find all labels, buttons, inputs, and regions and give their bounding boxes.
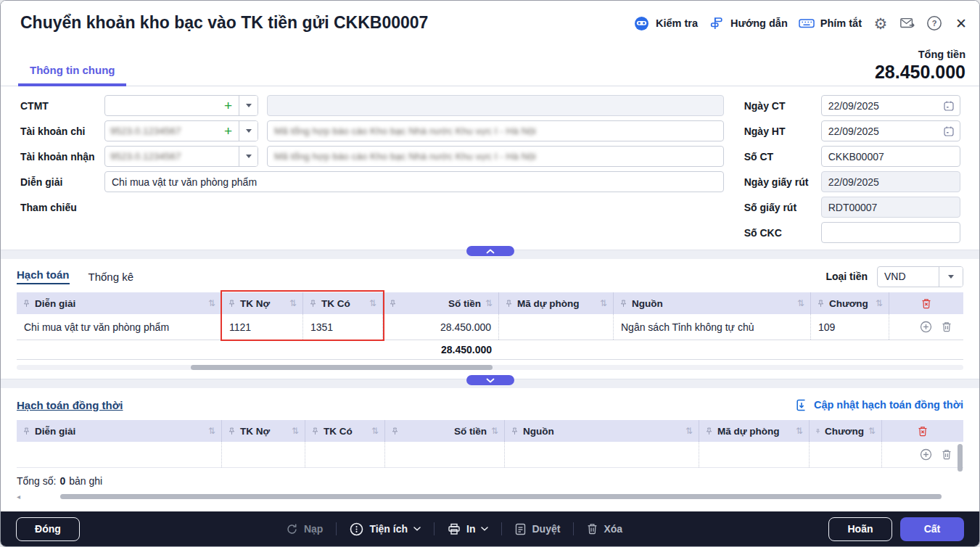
col-amount[interactable]: Số tiền [448,298,481,309]
update-simultaneous-link[interactable]: Cập nhật hạch toán đồng thời [796,399,963,411]
accounting-hscrollbar[interactable] [17,365,963,370]
sort-icon[interactable]: ⇅ [868,426,876,436]
col-source[interactable]: Nguồn [632,298,663,309]
settings-gear-icon[interactable]: ⚙ [873,15,889,31]
help-icon[interactable]: ? [926,15,942,31]
delete-row-icon[interactable] [942,321,952,332]
ctmt-dropdown-button[interactable] [239,96,258,115]
pin-icon[interactable] [391,427,399,435]
guide-button[interactable]: Hướng dẫn [709,15,788,31]
ctmt-add-icon[interactable]: + [223,99,234,112]
receive-account-dropdown-button[interactable] [239,147,258,166]
pin-icon[interactable] [815,427,820,435]
col-credit-account[interactable]: TK Có [324,426,353,437]
col-chapter[interactable]: Chương [829,298,868,309]
pin-icon[interactable] [309,300,317,308]
calendar-icon[interactable] [943,100,955,112]
calendar-icon[interactable] [943,126,955,137]
scroll-left-arrow-icon[interactable]: ◂ [17,493,20,501]
add-row-icon[interactable] [920,321,932,333]
cell-amount[interactable]: 28.450.000 [383,314,499,340]
pay-account-add-icon[interactable]: + [223,124,234,138]
col-amount[interactable]: Số tiền [454,426,487,437]
sort-icon[interactable]: ⇅ [289,298,297,308]
hscrollbar-thumb[interactable] [60,494,942,499]
expand-section-button[interactable] [466,375,514,385]
simultaneous-hscrollbar[interactable]: ◂ [17,494,963,500]
sort-icon[interactable]: ⇅ [292,426,299,436]
pin-icon[interactable] [228,427,236,435]
pin-icon[interactable] [505,300,513,308]
pay-account-combo[interactable]: 9523.0.1234567 + [104,120,258,141]
tab-statistics[interactable]: Thống kê [88,271,134,283]
pin-icon[interactable] [511,427,519,435]
pin-icon[interactable] [22,300,30,308]
simultaneous-empty-row[interactable] [17,442,963,468]
doc-number-field[interactable]: CKKB00007 [821,146,960,167]
pin-icon[interactable] [228,300,236,308]
collapse-form-button[interactable] [466,246,514,256]
simultaneous-vscrollbar-thumb[interactable] [958,444,963,472]
delete-all-rows-icon[interactable] [921,298,931,309]
reference-field[interactable] [104,197,724,218]
tab-general-info[interactable]: Thông tin chung [18,64,126,86]
col-description[interactable]: Diễn giải [35,426,75,437]
col-credit-account[interactable]: TK Có [321,298,350,309]
save-button[interactable]: Cất [900,517,964,541]
currency-select[interactable]: VND [877,266,963,287]
cell-chapter[interactable]: 109 [811,314,889,340]
reload-button[interactable]: Nạp [286,523,323,535]
tab-accounting[interactable]: Hạch toán [17,268,70,284]
sort-icon[interactable]: ⇅ [796,426,803,436]
cell-debit-account[interactable]: 1121 [222,314,303,340]
sort-icon[interactable]: ⇅ [369,298,376,308]
pin-icon[interactable] [22,427,30,435]
sort-icon[interactable]: ⇅ [371,426,379,436]
sort-icon[interactable]: ⇅ [797,298,804,308]
print-button[interactable]: In [448,523,488,535]
currency-dropdown-button[interactable] [939,267,963,287]
receive-account-combo[interactable]: 9523.0.1234567 [104,146,258,167]
ctmt-combo[interactable]: + [104,95,258,116]
sort-icon[interactable]: ⇅ [876,298,883,308]
description-input[interactable] [105,172,723,192]
col-reserve-code[interactable]: Mã dự phòng [517,298,580,309]
sort-icon[interactable]: ⇅ [685,426,693,436]
sort-icon[interactable]: ⇅ [491,426,498,436]
cell-reserve-code[interactable] [499,314,614,340]
col-chapter[interactable]: Chương [825,426,864,437]
sort-icon[interactable]: ⇅ [485,298,493,308]
close-button[interactable]: Đóng [16,517,80,541]
pin-icon[interactable] [311,427,319,435]
col-debit-account[interactable]: TK Nợ [240,298,270,309]
utilities-button[interactable]: Tiện ích [350,522,421,536]
doc-date-field[interactable]: 22/09/2025 [821,95,960,116]
post-date-field[interactable]: 22/09/2025 [821,120,960,141]
cell-credit-account[interactable]: 1351 [303,314,383,340]
pin-icon[interactable] [705,427,713,435]
check-button[interactable]: Kiểm tra [634,15,698,31]
sort-icon[interactable]: ⇅ [208,426,215,436]
approve-button[interactable]: Duyệt [515,523,560,535]
cell-source[interactable]: Ngân sách Tỉnh không tự chủ [614,314,811,340]
ckc-number-field[interactable] [821,222,960,243]
delete-button[interactable]: Xóa [587,523,622,535]
shortcuts-button[interactable]: Phím tắt [799,15,862,31]
cell-description[interactable]: Chi mua vật tư văn phòng phẩm [17,314,222,340]
sort-icon[interactable]: ⇅ [600,298,607,308]
accounting-table-row[interactable]: Chi mua vật tư văn phòng phẩm 1121 1351 … [17,314,963,340]
col-reserve-code[interactable]: Mã dự phòng [717,426,780,437]
delete-all-rows-icon[interactable] [918,426,928,437]
col-description[interactable]: Diễn giải [35,298,75,309]
col-source[interactable]: Nguồn [523,426,554,437]
col-debit-account[interactable]: TK Nợ [240,426,270,437]
delete-row-icon[interactable] [942,449,952,460]
hscrollbar-thumb[interactable] [191,365,493,370]
simultaneous-title[interactable]: Hạch toán đồng thời [17,399,123,411]
pin-icon[interactable] [817,300,825,308]
pin-icon[interactable] [619,300,627,308]
sort-icon[interactable]: ⇅ [208,298,215,308]
pay-account-dropdown-button[interactable] [239,121,258,141]
close-icon[interactable]: ✕ [953,15,969,31]
send-mail-icon[interactable] [899,15,915,31]
